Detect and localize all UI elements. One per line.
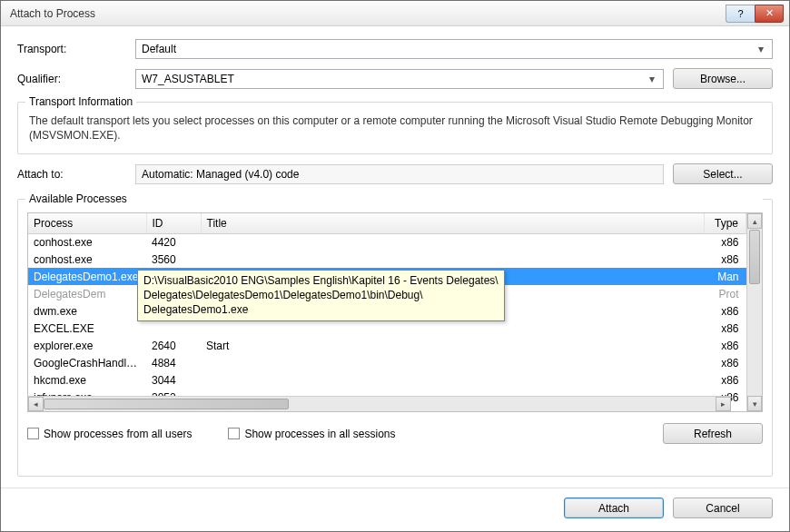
- cell-id: 3560: [146, 251, 201, 268]
- cell-title: [201, 320, 705, 337]
- help-button[interactable]: ?: [726, 5, 755, 23]
- cell-process: DelegatesDem: [28, 285, 146, 302]
- transport-value: Default: [142, 43, 176, 55]
- transport-label: Transport:: [17, 43, 126, 55]
- cell-title: [201, 354, 705, 371]
- cell-type: x86: [705, 354, 746, 371]
- h-thumb[interactable]: [44, 399, 289, 409]
- scroll-down-icon[interactable]: ▾: [747, 396, 762, 411]
- scroll-left-icon[interactable]: ◂: [28, 397, 44, 411]
- cell-type: x86: [705, 233, 746, 251]
- cell-process: conhost.exe: [28, 251, 146, 268]
- cell-process: conhost.exe: [28, 233, 146, 251]
- table-row[interactable]: GoogleCrashHandler...4884x86: [28, 354, 746, 371]
- scroll-up-icon[interactable]: ▴: [747, 213, 762, 229]
- transport-info-text: The default transport lets you select pr…: [29, 113, 761, 143]
- scroll-right-icon[interactable]: ▸: [716, 397, 731, 411]
- cell-process: dwm.exe: [28, 302, 146, 320]
- col-title[interactable]: Title: [201, 213, 705, 233]
- chevron-down-icon: ▾: [754, 43, 768, 55]
- cell-type: x86: [705, 371, 746, 389]
- select-button[interactable]: Select...: [673, 163, 773, 184]
- cell-title: [201, 233, 705, 251]
- table-row[interactable]: EXCEL.EXEx86: [28, 320, 746, 337]
- close-button[interactable]: ✕: [755, 5, 784, 23]
- chevron-down-icon: ▾: [645, 73, 659, 85]
- transport-info-group: Transport Information The default transp…: [17, 102, 773, 154]
- cell-process: GoogleCrashHandler...: [28, 354, 146, 371]
- attach-to-process-dialog: Attach to Process ? ✕ Transport: Default…: [0, 0, 790, 532]
- attach-to-row: Attach to: Automatic: Managed (v4.0) cod…: [17, 163, 773, 184]
- cell-title: [201, 371, 705, 389]
- table-row[interactable]: conhost.exe4420x86: [28, 233, 746, 251]
- table-row[interactable]: conhost.exe3560x86: [28, 251, 746, 268]
- horizontal-scrollbar[interactable]: ◂ ▸: [28, 396, 731, 411]
- transport-combo[interactable]: Default ▾: [135, 39, 773, 59]
- qualifier-row: Qualifier: W7_ASUSTABLET ▾ Browse...: [17, 68, 773, 89]
- show-all-sessions-checkbox[interactable]: Show processes in all sessions: [228, 428, 395, 440]
- vertical-scrollbar[interactable]: ▴ ▾: [746, 213, 762, 411]
- dialog-footer: Attach Cancel: [1, 488, 789, 531]
- cell-id: [146, 320, 201, 337]
- cell-process: explorer.exe: [28, 337, 146, 354]
- titlebar-buttons: ? ✕: [726, 5, 784, 23]
- cell-id: 2640: [146, 337, 201, 354]
- cancel-button[interactable]: Cancel: [673, 498, 773, 518]
- v-thumb[interactable]: [749, 230, 760, 284]
- cell-type: x86: [705, 251, 746, 268]
- cell-title: [201, 251, 705, 268]
- cell-process: hkcmd.exe: [28, 371, 146, 389]
- dialog-content: Transport: Default ▾ Qualifier: W7_ASUST…: [1, 26, 789, 488]
- cell-type: Man: [705, 268, 746, 285]
- browse-button[interactable]: Browse...: [673, 68, 773, 89]
- process-table-scroll: Process ID Title Type conhost.exe4420x86…: [28, 213, 746, 411]
- cell-id: 4420: [146, 233, 201, 251]
- table-row[interactable]: explorer.exe2640Startx86: [28, 337, 746, 354]
- attach-to-display: Automatic: Managed (v4.0) code: [135, 164, 664, 184]
- col-type[interactable]: Type: [705, 213, 746, 233]
- checkbox-icon: [27, 428, 39, 439]
- table-header-row: Process ID Title Type: [28, 213, 746, 233]
- attach-to-label: Attach to:: [17, 168, 126, 181]
- col-id[interactable]: ID: [146, 213, 201, 233]
- show-all-users-checkbox[interactable]: Show processes from all users: [27, 428, 192, 440]
- attach-button[interactable]: Attach: [564, 498, 664, 518]
- cell-type: Prot: [705, 285, 746, 302]
- cell-title: Start: [201, 337, 705, 354]
- cell-id: 3044: [146, 371, 201, 389]
- attach-to-value: Automatic: Managed (v4.0) code: [142, 168, 299, 181]
- transport-info-legend: Transport Information: [25, 95, 136, 108]
- available-processes-group: Available Processes Process ID Title Ty: [17, 199, 773, 477]
- titlebar: Attach to Process ? ✕: [1, 1, 789, 26]
- cell-type: x86: [705, 337, 746, 354]
- process-table-wrap: Process ID Title Type conhost.exe4420x86…: [27, 212, 763, 412]
- cell-type: x86: [705, 302, 746, 320]
- cell-type: x86: [705, 320, 746, 337]
- options-row: Show processes from all users Show proce…: [27, 423, 763, 444]
- col-process[interactable]: Process: [28, 213, 146, 233]
- path-tooltip: D:\VisualBasic2010 ENG\Samples English\K…: [137, 270, 505, 321]
- qualifier-value: W7_ASUSTABLET: [142, 73, 234, 85]
- cell-id: 4884: [146, 354, 201, 371]
- cell-process: DelegatesDemo1.exe: [28, 268, 146, 285]
- refresh-button[interactable]: Refresh: [663, 423, 763, 444]
- qualifier-combo[interactable]: W7_ASUSTABLET ▾: [135, 69, 664, 89]
- qualifier-label: Qualifier:: [17, 73, 126, 85]
- window-title: Attach to Process: [10, 7, 726, 20]
- table-row[interactable]: hkcmd.exe3044x86: [28, 371, 746, 389]
- checkbox-icon: [228, 428, 240, 439]
- transport-row: Transport: Default ▾: [17, 39, 773, 59]
- cell-process: EXCEL.EXE: [28, 320, 146, 337]
- available-processes-legend: Available Processes: [25, 192, 763, 205]
